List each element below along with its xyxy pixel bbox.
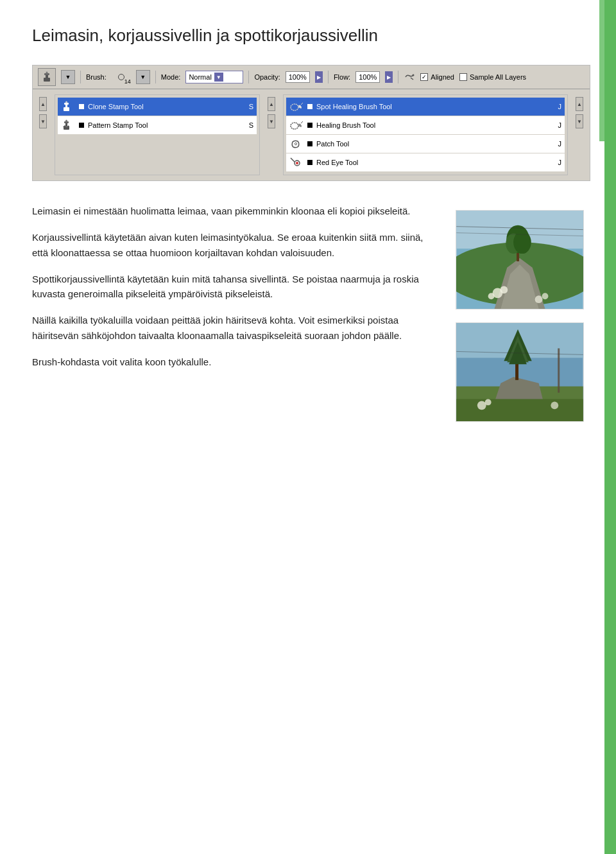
sample-all-layers-checkbox[interactable]: [459, 73, 467, 81]
svg-point-47: [551, 401, 558, 409]
svg-point-33: [542, 293, 549, 299]
green-border-top-right: [599, 0, 604, 141]
patch-tool-label: Patch Tool: [316, 140, 349, 148]
toolbar-sep4: [328, 71, 329, 83]
mode-label: Mode:: [161, 73, 181, 81]
spot-healing-icon: [289, 100, 304, 114]
toolbar-dropdown-arrow[interactable]: ▼: [61, 70, 75, 84]
healing-brush-label: Healing Brush Tool: [316, 121, 375, 129]
aligned-checkbox[interactable]: ✓: [420, 73, 428, 81]
right-down-btn[interactable]: ▼: [576, 114, 583, 128]
pattern-stamp-shortcut: S: [249, 121, 253, 129]
spot-healing-tool-row[interactable]: Spot Healing Brush Tool J: [286, 98, 565, 116]
opacity-arrow[interactable]: ▶: [315, 71, 323, 83]
patch-icon: [289, 137, 304, 151]
stamp-tool-icon: [38, 68, 56, 86]
red-eye-square: [307, 160, 312, 165]
middle-arrows: ▲ ▼: [266, 94, 277, 175]
clone-stamp-label: Clone Stamp Tool: [88, 103, 144, 110]
clone-stamp-icon: [61, 100, 75, 114]
svg-point-4: [413, 74, 415, 76]
spot-healing-shortcut: J: [558, 103, 562, 110]
svg-point-45: [477, 401, 486, 410]
svg-line-16: [301, 121, 303, 123]
svg-point-3: [46, 72, 48, 74]
svg-rect-48: [558, 348, 560, 392]
toolbar-sep2: [155, 71, 156, 83]
mid-up-btn[interactable]: ▲: [268, 97, 275, 111]
svg-point-46: [485, 399, 492, 405]
red-eye-icon: [289, 155, 304, 170]
sample-all-layers-area: Sample All Layers: [459, 73, 526, 81]
clone-stamp-tool-row[interactable]: Clone Stamp Tool S: [58, 98, 257, 116]
spot-healing-label: Spot Healing Brush Tool: [316, 103, 392, 110]
svg-point-19: [296, 162, 298, 164]
mode-select-arrow[interactable]: ▼: [214, 73, 223, 82]
flow-value: 100%: [355, 71, 380, 83]
toolbar-sep3: [248, 71, 249, 83]
aligned-checkbox-area: ✓ Aligned: [420, 73, 454, 81]
airbrush-icon: [404, 71, 415, 83]
healing-brush-tool-row[interactable]: Healing Brush Tool J: [286, 116, 565, 134]
photo-1: [456, 210, 584, 309]
brush-indicator: 14: [112, 69, 131, 85]
right-tool-panel: Spot Healing Brush Tool J Healing Brush …: [283, 94, 568, 175]
right-up-btn[interactable]: ▲: [576, 97, 583, 111]
clone-stamp-shortcut: S: [249, 103, 253, 110]
pattern-stamp-label: Pattern Stamp Tool: [88, 121, 148, 129]
red-eye-label: Red Eye Tool: [316, 159, 358, 166]
mode-select[interactable]: Normal ▼: [185, 71, 243, 83]
opacity-value: 100%: [286, 71, 310, 83]
right-side-arrows: ▲ ▼: [574, 94, 585, 175]
mid-down-btn[interactable]: ▼: [268, 114, 275, 128]
svg-point-30: [500, 286, 508, 293]
svg-point-8: [65, 101, 67, 103]
content-area: Leimasin ei nimestään huolimatta leimaa,…: [32, 204, 584, 422]
brush-dropdown[interactable]: ▼: [136, 70, 150, 84]
svg-point-15: [291, 123, 298, 129]
photoshop-screenshot: ▼ Brush: 14 ▼ Mode: Normal ▼ Opacity: 10…: [32, 65, 590, 181]
paragraph-5: Brush-kohdasta voit valita koon työkalul…: [32, 354, 436, 369]
scroll-down-btn[interactable]: ▼: [39, 114, 47, 128]
opacity-label: Opacity:: [254, 73, 280, 81]
svg-point-31: [488, 293, 495, 299]
toolbar-separator: [80, 71, 81, 83]
paragraph-4: Näillä kaikilla työkaluilla voidaan peit…: [32, 313, 436, 343]
patch-shortcut: J: [558, 140, 562, 148]
left-side-arrows: ▲ ▼: [38, 94, 48, 175]
toolbar-sep5: [398, 71, 398, 83]
green-border-right: [604, 0, 616, 854]
patch-square: [307, 141, 312, 146]
svg-point-32: [535, 295, 543, 303]
svg-line-17: [291, 158, 295, 162]
heal-square: [307, 123, 312, 128]
images-column: [456, 204, 584, 422]
left-tool-panel: Clone Stamp Tool S Pattern Stamp Tool S: [55, 94, 260, 175]
scroll-up-btn[interactable]: ▲: [39, 97, 47, 111]
spot-heal-square: [307, 104, 312, 109]
red-eye-shortcut: J: [558, 159, 562, 166]
page-title: Leimasin, korjaussivellin ja spottikorja…: [32, 26, 584, 46]
paragraph-1: Leimasin ei nimestään huolimatta leimaa,…: [32, 204, 436, 218]
pattern-tool-square: [79, 123, 84, 128]
red-eye-tool-row[interactable]: Red Eye Tool J: [286, 153, 565, 171]
ps-tools-area: ▲ ▼ Clone Stamp Tool S: [33, 89, 590, 180]
flow-arrow[interactable]: ▶: [385, 71, 393, 83]
healing-brush-shortcut: J: [558, 121, 562, 129]
svg-point-12: [65, 120, 67, 122]
paragraph-3: Spottikorjaussivellintä käytetään kuin m…: [32, 272, 436, 302]
svg-point-13: [291, 104, 298, 110]
photo-2: [456, 322, 584, 422]
text-column: Leimasin ei nimestään huolimatta leimaa,…: [32, 204, 436, 422]
flow-label: Flow:: [334, 73, 350, 81]
pattern-stamp-icon: [61, 118, 75, 132]
svg-line-14: [301, 103, 303, 105]
pattern-stamp-tool-row[interactable]: Pattern Stamp Tool S: [58, 116, 257, 134]
ps-toolbar: ▼ Brush: 14 ▼ Mode: Normal ▼ Opacity: 10…: [33, 65, 590, 89]
brush-label: Brush:: [86, 73, 107, 81]
svg-rect-44: [456, 399, 583, 421]
healing-brush-icon: [289, 118, 304, 132]
paragraph-2: Korjaussivellintä käytetään aivan kuten …: [32, 230, 436, 260]
tool-selected-square: [79, 104, 84, 109]
patch-tool-row[interactable]: Patch Tool J: [286, 135, 565, 153]
